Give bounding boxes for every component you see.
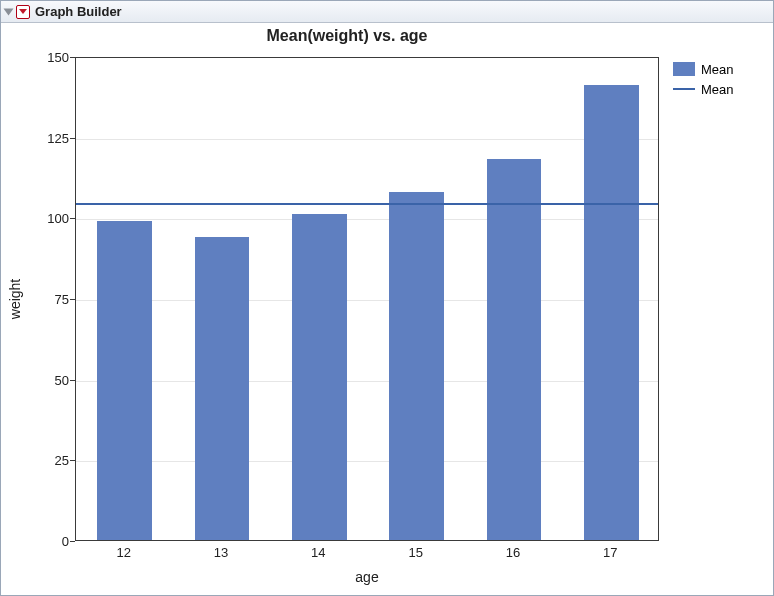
gridline <box>76 461 658 462</box>
gridline <box>76 300 658 301</box>
bar[interactable] <box>389 192 444 540</box>
y-tick-label: 0 <box>9 534 69 549</box>
y-tick-label: 50 <box>9 372 69 387</box>
x-tick-label: 13 <box>181 545 261 560</box>
plot-region[interactable] <box>75 57 659 541</box>
x-tick-label: 16 <box>473 545 553 560</box>
y-tick-label: 25 <box>9 453 69 468</box>
bar[interactable] <box>487 159 542 540</box>
legend-entry-line: Mean <box>673 79 734 99</box>
legend-label: Mean <box>701 62 734 77</box>
y-tick-mark <box>70 541 75 542</box>
y-tick-mark <box>70 218 75 219</box>
panel-title: Graph Builder <box>35 4 122 19</box>
y-tick-label: 100 <box>9 211 69 226</box>
legend-label: Mean <box>701 82 734 97</box>
red-triangle-icon <box>19 9 27 14</box>
legend-swatch-line-icon <box>673 88 695 90</box>
bar[interactable] <box>584 85 639 540</box>
y-tick-mark <box>70 138 75 139</box>
legend-swatch-box-icon <box>673 62 695 76</box>
y-tick-label: 150 <box>9 50 69 65</box>
legend-entry-bar: Mean <box>673 59 734 79</box>
y-tick-mark <box>70 380 75 381</box>
x-tick-label: 12 <box>84 545 164 560</box>
y-tick-mark <box>70 460 75 461</box>
panel-header: Graph Builder <box>1 1 773 23</box>
bar[interactable] <box>195 237 250 540</box>
x-axis-label: age <box>355 569 378 585</box>
bar[interactable] <box>292 214 347 540</box>
hotspot-menu-button[interactable] <box>16 5 30 19</box>
y-tick-label: 75 <box>9 292 69 307</box>
y-tick-mark <box>70 57 75 58</box>
chart-area: Mean(weight) vs. age weight age Mean Mea… <box>1 23 773 596</box>
chart-title: Mean(weight) vs. age <box>1 27 693 45</box>
disclosure-triangle-icon[interactable] <box>4 8 14 15</box>
x-tick-label: 17 <box>570 545 650 560</box>
legend: Mean Mean <box>673 59 734 99</box>
y-tick-mark <box>70 299 75 300</box>
graph-builder-panel: Graph Builder Mean(weight) vs. age weigh… <box>0 0 774 596</box>
gridline <box>76 139 658 140</box>
bar[interactable] <box>97 221 152 540</box>
mean-reference-line <box>76 203 658 205</box>
gridline <box>76 381 658 382</box>
x-tick-label: 14 <box>278 545 358 560</box>
x-tick-label: 15 <box>376 545 456 560</box>
gridline <box>76 219 658 220</box>
y-tick-label: 125 <box>9 130 69 145</box>
